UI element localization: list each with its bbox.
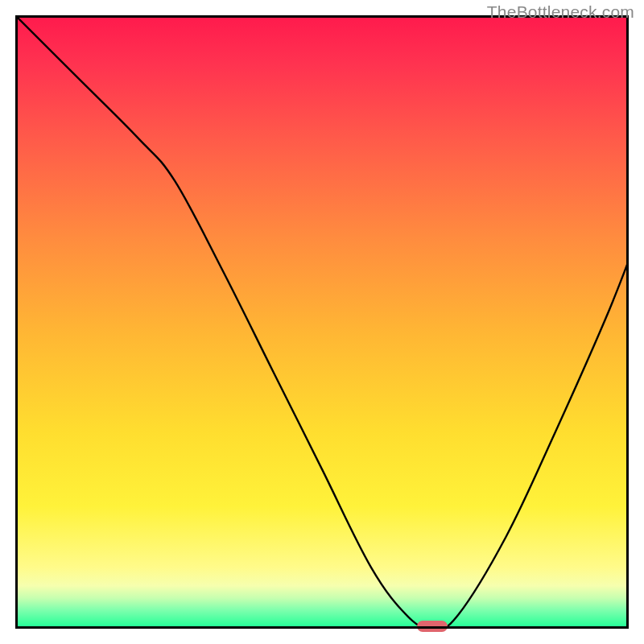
gradient-background — [15, 15, 629, 629]
chart-frame: TheBottleneck.com — [0, 0, 644, 644]
